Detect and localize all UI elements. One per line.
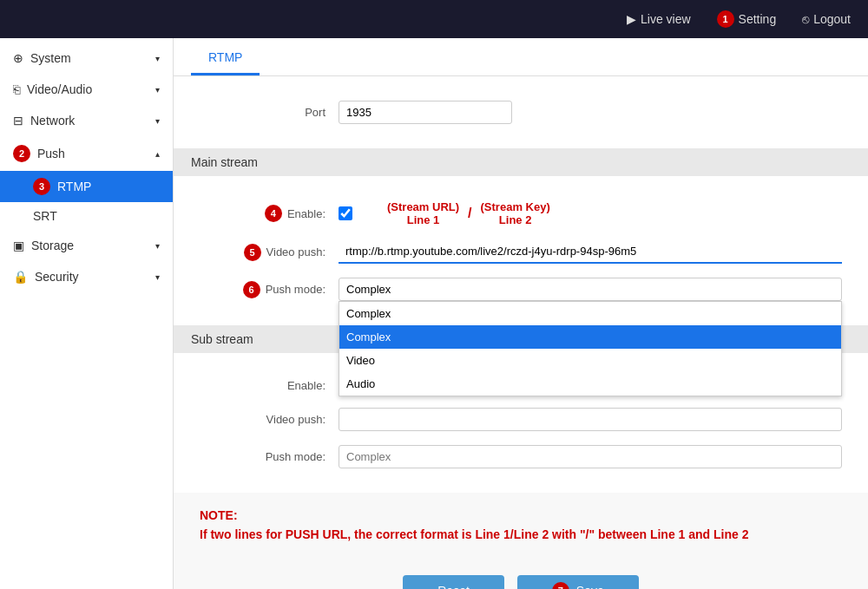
main-stream-header: Main stream [174, 148, 868, 176]
main-layout: ⊕ System ▾ ⎗ Video/Audio ▾ ⊟ Network ▾ 2… [0, 38, 868, 589]
sidebar-item-video-audio-label: Video/Audio [27, 82, 92, 96]
save-label: Save [576, 584, 604, 589]
sub-enable-label: Enable: [200, 379, 339, 392]
video-push-badge: 5 [244, 244, 261, 261]
chevron-icon: ▾ [155, 85, 160, 95]
video-push-label-text: Video push: [266, 245, 326, 259]
sub-push-mode-row: Push mode: [200, 438, 842, 475]
sidebar-item-storage-label: Storage [31, 239, 74, 252]
sub-video-push-row: Video push: [200, 401, 842, 438]
push-mode-badge: 6 [243, 281, 260, 298]
main-stream-form: 4 Enable: (Stream URL) Line 1 / (Stream … [174, 176, 868, 325]
logout-icon: ⎋ [802, 12, 809, 26]
enable-control: (Stream URL) Line 1 / (Stream Key) Line … [339, 200, 842, 226]
note-line2: If two lines for PUSH URL, the correct f… [200, 525, 842, 544]
video-push-control [339, 240, 842, 264]
logout-label: Logout [813, 12, 851, 26]
tab-bar: RTMP [174, 38, 868, 76]
sidebar-item-system[interactable]: ⊕ System ▾ [0, 43, 173, 74]
sidebar-item-network[interactable]: ⊟ Network ▾ [0, 105, 173, 136]
port-control [339, 101, 842, 124]
push-mode-select-wrapper: Complex Complex Complex Video Audio [339, 278, 842, 301]
sub-push-mode-control [339, 445, 842, 468]
sidebar-item-video-audio[interactable]: ⎗ Video/Audio ▾ [0, 74, 173, 105]
enable-label-text: Enable: [287, 207, 326, 220]
rtmp-badge: 3 [33, 178, 50, 195]
chevron-icon: ▾ [155, 54, 160, 63]
sidebar-item-srt-label: SRT [33, 209, 57, 223]
push-mode-dropdown: Complex Complex Video Audio [339, 301, 842, 396]
push-badge: 2 [13, 145, 30, 162]
enable-row: 4 Enable: (Stream URL) Line 1 / (Stream … [200, 193, 842, 233]
setting-badge: 1 [717, 10, 734, 28]
push-mode-label: 6 Push mode: [200, 281, 339, 298]
live-view-label: Live view [641, 12, 691, 26]
dropdown-option-video[interactable]: Video [339, 349, 841, 372]
content-area: RTMP Port Main stream 4 Enable: [174, 38, 868, 589]
video-push-label: 5 Video push: [200, 244, 339, 261]
sidebar-item-system-label: System [30, 51, 71, 65]
sidebar-item-rtmp-label: RTMP [57, 180, 91, 193]
note-section: NOTE: If two lines for PUSH URL, the cor… [174, 493, 868, 558]
chevron-icon: ▴ [155, 149, 160, 159]
stream-key-line2: Line 2 [481, 213, 550, 226]
port-label: Port [200, 106, 339, 119]
save-button[interactable]: 7 Save [517, 575, 639, 589]
separator: / [468, 206, 471, 221]
bottom-actions: Reset 7 Save [174, 558, 868, 589]
sidebar-item-push-label: Push [37, 147, 65, 160]
push-mode-row: 6 Push mode: Complex Complex Complex Vid… [200, 271, 842, 308]
dropdown-option-complex-1[interactable]: Complex [339, 302, 841, 325]
push-mode-select[interactable]: Complex [339, 278, 842, 301]
port-input[interactable] [339, 101, 512, 124]
video-push-input[interactable] [339, 240, 842, 264]
enable-label: 4 Enable: [200, 205, 339, 222]
security-icon: 🔒 [13, 270, 28, 284]
dropdown-option-audio[interactable]: Audio [339, 372, 841, 396]
enable-checkbox[interactable] [339, 206, 352, 220]
reset-button[interactable]: Reset [403, 575, 504, 589]
tab-rtmp[interactable]: RTMP [191, 38, 260, 75]
logout-button[interactable]: ⎋ Logout [802, 12, 851, 26]
sub-video-push-label: Video push: [200, 413, 339, 426]
stream-url-line2: Line 1 [387, 213, 459, 226]
live-view-button[interactable]: ▶ Live view [627, 12, 691, 26]
chevron-icon: ▾ [155, 241, 160, 251]
live-view-icon: ▶ [627, 12, 636, 26]
sidebar-item-security[interactable]: 🔒 Security ▾ [0, 261, 173, 292]
video-push-row: 5 Video push: [200, 233, 842, 271]
setting-button[interactable]: 1 Setting [717, 10, 777, 28]
chevron-icon: ▾ [155, 272, 160, 282]
video-audio-icon: ⎗ [13, 82, 20, 96]
sidebar-item-security-label: Security [35, 270, 79, 284]
sub-push-mode-input[interactable] [339, 445, 842, 468]
tab-rtmp-label: RTMP [208, 50, 242, 64]
enable-badge: 4 [265, 205, 282, 222]
sidebar-item-srt[interactable]: SRT [0, 202, 173, 230]
sidebar-item-rtmp[interactable]: 3 RTMP [0, 171, 173, 202]
storage-icon: ▣ [13, 239, 24, 252]
sidebar-item-push[interactable]: 2 Push ▴ [0, 136, 173, 171]
save-badge: 7 [552, 582, 569, 589]
stream-key-line1: (Stream Key) [481, 200, 550, 213]
port-row: Port [200, 94, 842, 131]
dropdown-option-complex-2[interactable]: Complex [339, 325, 841, 349]
network-icon: ⊟ [13, 114, 23, 128]
sidebar-item-network-label: Network [30, 114, 75, 128]
sub-video-push-input[interactable] [339, 408, 842, 431]
sidebar-item-storage[interactable]: ▣ Storage ▾ [0, 230, 173, 261]
system-icon: ⊕ [13, 51, 23, 65]
note-line1: NOTE: [200, 506, 842, 525]
topbar: ▶ Live view 1 Setting ⎋ Logout [0, 0, 868, 38]
sub-push-mode-label: Push mode: [200, 450, 339, 463]
push-mode-value: Complex [346, 283, 391, 296]
setting-label: Setting [739, 12, 777, 26]
sidebar: ⊕ System ▾ ⎗ Video/Audio ▾ ⊟ Network ▾ 2… [0, 38, 174, 589]
stream-url-annotation: (Stream URL) Line 1 / (Stream Key) Line … [387, 200, 550, 226]
push-mode-label-text: Push mode: [266, 283, 326, 296]
chevron-icon: ▾ [155, 116, 160, 126]
form-area: Port [174, 76, 868, 148]
push-mode-control: Complex Complex Complex Video Audio [339, 278, 842, 301]
stream-url-line1: (Stream URL) [387, 200, 459, 213]
sub-video-push-control [339, 408, 842, 431]
